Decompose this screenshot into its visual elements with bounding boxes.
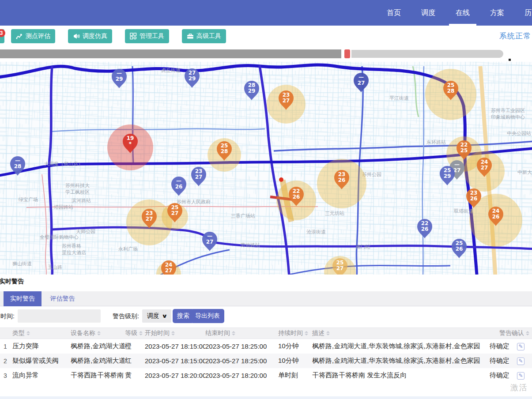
svg-text:—: — [358, 74, 364, 80]
edit-confirm-icon[interactable]: ✎ [517, 343, 524, 350]
tab-evaluation-alerts[interactable]: 评估警告 [43, 291, 81, 306]
toolbar-button-label: 管理工具 [140, 32, 164, 40]
column-header-7[interactable]: 警告确认 [490, 329, 532, 337]
svg-text:里拉大酒店: 里拉大酒店 [62, 250, 86, 255]
edit-confirm-icon[interactable]: ✎ [517, 358, 524, 365]
device-name: 干将西路干将桥南 [71, 371, 125, 380]
svg-text:26: 26 [175, 184, 183, 190]
sort-icon[interactable] [171, 331, 175, 335]
nav-item-0[interactable]: 首页 [386, 0, 401, 26]
svg-text:玉山路: 玉山路 [48, 264, 62, 270]
toolbar-button-0[interactable]: 测点评估 [11, 29, 55, 43]
column-header-6[interactable]: 描述 [312, 329, 490, 337]
sort-icon[interactable] [232, 331, 235, 335]
svg-text:—: — [117, 70, 122, 76]
column-header-0[interactable]: 类型 [12, 329, 71, 337]
column-header-5[interactable]: 持续时间 [278, 329, 312, 337]
duration: 10分钟 [278, 357, 312, 365]
svg-text:28: 28 [14, 163, 22, 169]
row-number: 3 [0, 372, 12, 379]
svg-text:苏州香格: 苏州香格 [62, 243, 81, 248]
toolbar-button-1[interactable]: 调度仿真 [68, 29, 112, 43]
sort-icon[interactable] [326, 331, 330, 335]
svg-text:27: 27 [195, 174, 203, 180]
toolbar-button-3[interactable]: 高级工具 [182, 29, 226, 43]
alert-table-row[interactable]: 2疑似爆管或关阀枫桥路,金鸡湖大道红2023-05-27 18:15:00202… [0, 354, 532, 368]
export-list-button[interactable]: 导出列表 [191, 309, 224, 323]
sort-icon[interactable] [305, 331, 308, 335]
chart-icon [16, 33, 23, 40]
toolbar-buttons: 测点评估调度仿真管理工具高级工具 [11, 29, 226, 43]
confirm-status: 待确定 [490, 342, 517, 350]
sort-icon[interactable] [526, 331, 529, 335]
nav-item-3[interactable]: 方案 [490, 0, 505, 26]
end-time: 2023-05-27 18:25:00 [205, 357, 278, 365]
svg-text:—: — [15, 158, 20, 164]
alert-level: 红 [125, 357, 145, 365]
duration: 10分钟 [278, 342, 312, 350]
tab-realtime-alerts[interactable]: 实时警告 [4, 291, 42, 306]
clipped-tool-button[interactable]: 3 [0, 29, 4, 43]
column-header-3[interactable]: 开始时间 [145, 329, 205, 337]
end-time: 2023-05-27 18:25:00 [205, 343, 278, 350]
alert-type: 流向异常 [12, 371, 71, 380]
alerts-panel-title: 实时警告 [0, 278, 24, 286]
description: 枫桥路,金鸡湖大道,华东装饰城,徐家浜,东港新村,金色家园 [312, 342, 490, 350]
svg-text:27: 27 [283, 98, 290, 104]
svg-text:—: — [207, 233, 212, 239]
svg-text:南门站: 南门站 [356, 244, 370, 249]
alert-table-row[interactable]: 1压力突降枫桥路,金鸡湖大道橙2023-05-27 18:15:002023-0… [0, 339, 532, 354]
timeline-slider[interactable] [0, 47, 532, 62]
app-root: 首页调度在线方案历史 3 测点评估调度仿真管理工具高级工具 系统正常 [0, 0, 532, 399]
city-map[interactable]: 虎丘街道平江街道苏州市工业园区印象城购物中心中央公园站东环路站中新大大润发（何山… [0, 62, 532, 275]
level-select[interactable]: 调度 ∨ [142, 309, 171, 323]
svg-text:29: 29 [116, 76, 123, 82]
sort-icon[interactable] [97, 331, 101, 335]
system-status-text: 系统正常 [499, 31, 531, 41]
svg-text:学工枫校区: 学工枫校区 [65, 189, 90, 195]
time-filter-input[interactable] [18, 309, 101, 323]
svg-text:苏州市人民政府: 苏州市人民政府 [177, 199, 211, 204]
alerts-filter-row: 时间: 警告级别: 调度 ∨ 搜索 导出列表 [0, 306, 532, 327]
description: 干将西路干将桥南 发生水流反向 [312, 371, 490, 380]
svg-text:大润发（何山店）: 大润发（何山店） [44, 161, 83, 166]
simulation-icon [73, 33, 80, 40]
device-name: 枫桥路,金鸡湖大道 [71, 342, 125, 350]
alerts-table-body: 1压力突降枫桥路,金鸡湖大道橙2023-05-27 18:15:002023-0… [0, 339, 532, 383]
svg-text:绿宝广场: 绿宝广场 [18, 197, 38, 202]
svg-text:27: 27 [358, 80, 365, 86]
svg-text:27: 27 [165, 267, 173, 274]
start-time: 2023-05-27 18:15:00 [145, 357, 205, 365]
svg-text:27: 27 [146, 216, 153, 222]
svg-text:塔园路站: 塔园路站 [54, 204, 73, 210]
alerts-tab-bar: 实时警告 评估警告 [0, 291, 532, 306]
manage-icon [130, 33, 137, 40]
slider-tick [509, 59, 511, 61]
svg-text:苏州市工业园区: 苏州市工业园区 [491, 108, 525, 113]
svg-text:沧浪街道: 沧浪街道 [306, 229, 326, 234]
column-header-4[interactable]: 结束时间 [205, 329, 278, 337]
nav-item-1[interactable]: 调度 [421, 0, 436, 26]
svg-text:中央公园站: 中央公园站 [507, 131, 531, 136]
svg-text:28: 28 [221, 148, 228, 154]
map-container[interactable]: 虎丘街道平江街道苏州市工业园区印象城购物中心中央公园站东环路站中新大大润发（何山… [0, 62, 532, 275]
edit-confirm-icon[interactable]: ✎ [517, 372, 524, 380]
nav-item-4[interactable]: 历史 [524, 0, 532, 26]
svg-text:28: 28 [248, 82, 256, 88]
alert-type: 疑似爆管或关阀 [12, 357, 71, 365]
column-header-1[interactable]: 设备名称 [71, 329, 125, 337]
slider-filled-track[interactable] [0, 49, 341, 58]
slider-empty-track[interactable] [351, 50, 503, 58]
alert-table-row[interactable]: 3流向异常干将西路干将桥南黄2023-05-27 18:20:002023-05… [0, 368, 532, 383]
toolbox-icon [187, 33, 194, 40]
slider-handle[interactable] [344, 49, 350, 58]
toolbar-button-2[interactable]: 管理工具 [125, 29, 169, 43]
sort-icon[interactable] [26, 331, 30, 335]
column-header-2[interactable]: 等级 [125, 329, 145, 337]
svg-text:三香广场站: 三香广场站 [231, 213, 255, 218]
svg-text:25: 25 [336, 260, 344, 266]
nav-item-2[interactable]: 在线 [455, 0, 470, 26]
svg-text:24: 24 [481, 159, 488, 165]
sort-icon[interactable] [139, 331, 143, 335]
activation-watermark: 激活 [510, 382, 528, 393]
